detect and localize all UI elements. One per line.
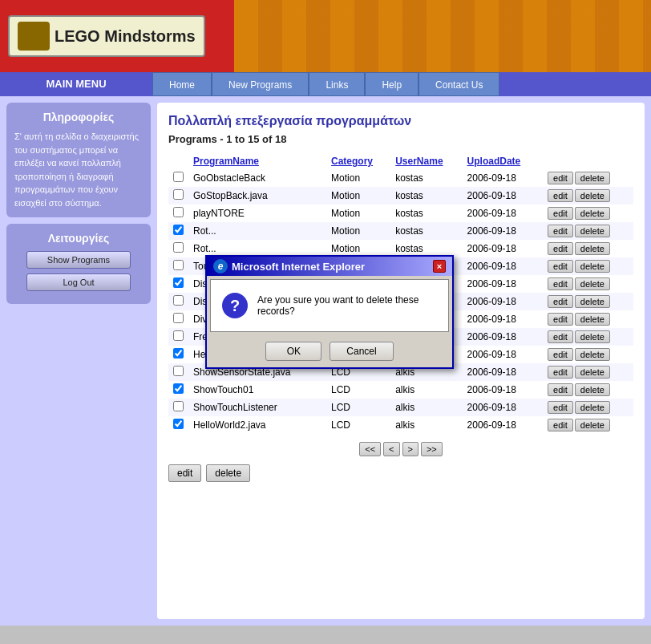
row-checkbox[interactable] [173, 366, 184, 376]
nav-help[interactable]: Help [365, 72, 418, 96]
row-upload-date: 2006-09-18 [463, 310, 542, 328]
row-edit-button[interactable]: edit [548, 401, 573, 414]
logo-robot-icon [18, 22, 50, 51]
dialog-ok-button[interactable]: OK [265, 342, 321, 361]
nav-links[interactable]: Links [309, 72, 365, 96]
col-header-category[interactable]: Category [326, 153, 390, 169]
row-checkbox[interactable] [173, 277, 184, 288]
row-delete-button[interactable]: delete [575, 207, 610, 220]
col-header-program-name[interactable]: ProgramName [188, 153, 326, 169]
row-edit-button[interactable]: edit [548, 207, 573, 220]
row-delete-button[interactable]: delete [575, 348, 610, 361]
row-checkbox[interactable] [173, 260, 184, 270]
col-header-upload-date[interactable]: UploadDate [463, 153, 542, 169]
row-checkbox[interactable] [173, 313, 184, 323]
row-actions: editdelete [541, 328, 633, 346]
row-edit-button[interactable]: edit [548, 419, 573, 431]
row-checkbox[interactable] [173, 383, 184, 394]
row-checkbox-cell [168, 328, 188, 346]
row-delete-button[interactable]: delete [575, 313, 610, 326]
row-upload-date: 2006-09-18 [463, 328, 542, 346]
row-actions: editdelete [541, 205, 633, 222]
row-delete-button[interactable]: delete [575, 295, 610, 308]
row-edit-button[interactable]: edit [548, 295, 573, 308]
row-checkbox[interactable] [173, 189, 184, 200]
row-upload-date: 2006-09-18 [463, 346, 542, 363]
sidebar-info-title: Πληροφορίες [14, 111, 143, 124]
confirm-dialog: e Microsoft Internet Explorer × ? Are yo… [205, 255, 454, 369]
row-checkbox[interactable] [173, 207, 184, 217]
row-delete-button[interactable]: delete [575, 225, 610, 237]
row-upload-date: 2006-09-18 [463, 416, 542, 434]
row-edit-button[interactable]: edit [548, 366, 573, 379]
row-delete-button[interactable]: delete [575, 330, 610, 343]
row-category: LCD [326, 381, 390, 399]
row-upload-date: 2006-09-18 [463, 363, 542, 381]
col-header-username[interactable]: UserName [390, 153, 462, 169]
table-row: HelloWorld2.javaLCDalkis2006-09-18editde… [168, 416, 633, 434]
nav-home[interactable]: Home [152, 72, 212, 96]
log-out-button[interactable]: Log Out [26, 273, 131, 291]
row-username: alkis [390, 399, 462, 416]
row-checkbox-cell [168, 169, 188, 187]
sidebar-info-box: Πληροφορίες Σ' αυτή τη σελίδα ο διαχειρι… [6, 103, 151, 217]
row-edit-button[interactable]: edit [548, 260, 573, 273]
nav-contact-us[interactable]: Contact Us [418, 72, 499, 96]
pagination-first[interactable]: << [359, 442, 381, 456]
row-delete-button[interactable]: delete [575, 260, 610, 273]
row-actions: editdelete [541, 293, 633, 310]
pagination-next[interactable]: > [402, 442, 418, 456]
row-edit-button[interactable]: edit [548, 330, 573, 343]
row-actions: editdelete [541, 257, 633, 275]
row-edit-button[interactable]: edit [548, 242, 573, 255]
row-username: kostas [390, 169, 462, 187]
nav-new-programs[interactable]: New Programs [212, 72, 309, 96]
table-row: Rot...Motionkostas2006-09-18editdelete [168, 222, 633, 240]
row-edit-button[interactable]: edit [548, 225, 573, 237]
row-category: LCD [326, 416, 390, 434]
row-checkbox[interactable] [173, 242, 184, 253]
dialog-close-button[interactable]: × [433, 260, 446, 273]
row-checkbox[interactable] [173, 225, 184, 235]
row-checkbox-cell [168, 187, 188, 205]
row-upload-date: 2006-09-18 [463, 381, 542, 399]
row-username: kostas [390, 222, 462, 240]
bottom-delete-button[interactable]: delete [206, 464, 250, 482]
row-checkbox[interactable] [173, 419, 184, 429]
main-layout: Πληροφορίες Σ' αυτή τη σελίδα ο διαχειρι… [0, 96, 651, 626]
col-header-actions [541, 153, 633, 169]
pagination-prev[interactable]: < [383, 442, 399, 456]
bottom-edit-button[interactable]: edit [168, 464, 201, 482]
dialog-cancel-button[interactable]: Cancel [330, 342, 393, 361]
row-checkbox-cell [168, 363, 188, 381]
row-edit-button[interactable]: edit [548, 277, 573, 290]
row-edit-button[interactable]: edit [548, 172, 573, 184]
row-actions: editdelete [541, 187, 633, 205]
row-upload-date: 2006-09-18 [463, 275, 542, 293]
row-delete-button[interactable]: delete [575, 366, 610, 379]
row-delete-button[interactable]: delete [575, 383, 610, 396]
row-delete-button[interactable]: delete [575, 277, 610, 290]
row-edit-button[interactable]: edit [548, 313, 573, 326]
content-area: Πολλαπλή επεξεργασία προγραμμάτων Progra… [157, 103, 645, 619]
row-actions: editdelete [541, 399, 633, 416]
row-checkbox[interactable] [173, 330, 184, 341]
row-checkbox[interactable] [173, 401, 184, 411]
row-checkbox[interactable] [173, 295, 184, 306]
row-delete-button[interactable]: delete [575, 189, 610, 202]
row-checkbox[interactable] [173, 348, 184, 358]
row-delete-button[interactable]: delete [575, 172, 610, 184]
row-delete-button[interactable]: delete [575, 401, 610, 414]
dialog-title-area: e Microsoft Internet Explorer [213, 259, 365, 273]
show-programs-button[interactable]: Show Programs [26, 251, 131, 269]
row-actions: editdelete [541, 240, 633, 257]
row-edit-button[interactable]: edit [548, 383, 573, 396]
row-edit-button[interactable]: edit [548, 189, 573, 202]
row-upload-date: 2006-09-18 [463, 293, 542, 310]
row-delete-button[interactable]: delete [575, 242, 610, 255]
row-edit-button[interactable]: edit [548, 348, 573, 361]
row-checkbox-cell [168, 205, 188, 222]
row-delete-button[interactable]: delete [575, 419, 610, 431]
row-checkbox[interactable] [173, 172, 184, 182]
pagination-last[interactable]: >> [421, 442, 443, 456]
